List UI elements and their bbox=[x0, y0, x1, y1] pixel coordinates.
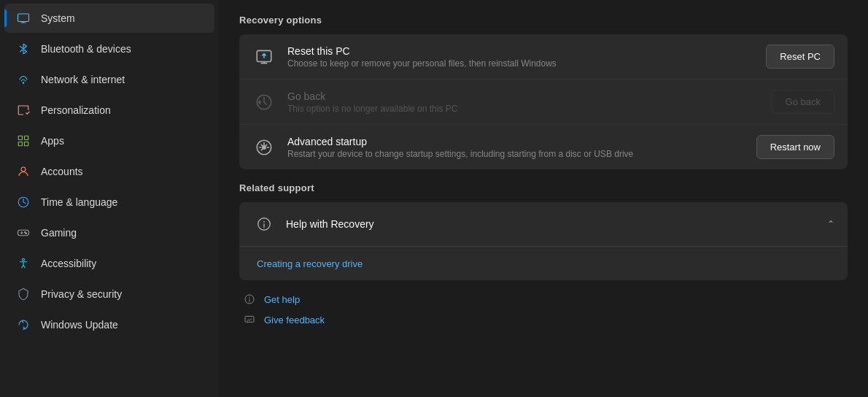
creating-recovery-drive-link[interactable]: Creating a recovery drive bbox=[257, 258, 363, 269]
sidebar-item-gaming[interactable]: Gaming bbox=[4, 218, 214, 247]
svg-point-9 bbox=[25, 232, 26, 234]
sidebar-label-network: Network & internet bbox=[41, 74, 125, 85]
reset-pc-desc: Choose to keep or remove your personal f… bbox=[287, 58, 754, 69]
network-icon bbox=[16, 72, 31, 87]
help-recovery-content: Creating a recovery drive bbox=[239, 246, 848, 280]
sidebar-item-time[interactable]: Time & language bbox=[4, 188, 214, 217]
recovery-options-group: Reset this PC Choose to keep or remove y… bbox=[239, 34, 848, 169]
help-recovery-icon bbox=[252, 212, 276, 236]
recovery-options-title: Recovery options bbox=[239, 15, 848, 26]
apps-icon bbox=[16, 134, 31, 148]
go-back-icon bbox=[252, 90, 276, 114]
svg-rect-18 bbox=[245, 316, 254, 322]
svg-point-15 bbox=[263, 145, 266, 148]
gaming-icon bbox=[16, 226, 31, 240]
advanced-startup-title: Advanced startup bbox=[287, 136, 745, 147]
footer-links: Get help Give feedback bbox=[239, 292, 848, 327]
advanced-startup-card: Advanced startup Restart your device to … bbox=[239, 125, 848, 169]
sidebar-label-time: Time & language bbox=[41, 196, 117, 208]
update-icon bbox=[16, 317, 31, 332]
bluetooth-icon bbox=[16, 42, 31, 56]
svg-point-6 bbox=[21, 167, 26, 171]
sidebar-item-apps[interactable]: Apps bbox=[4, 126, 214, 155]
advanced-startup-desc: Restart your device to change startup se… bbox=[287, 149, 745, 159]
svg-point-11 bbox=[23, 258, 25, 261]
reset-pc-title: Reset this PC bbox=[287, 45, 754, 57]
sidebar-item-update[interactable]: Windows Update bbox=[4, 310, 214, 339]
sidebar-item-system[interactable]: System bbox=[4, 4, 214, 33]
restart-now-button[interactable]: Restart now bbox=[756, 135, 834, 159]
give-feedback-item: Give feedback bbox=[242, 312, 848, 327]
sidebar-label-apps: Apps bbox=[41, 135, 64, 147]
svg-rect-8 bbox=[18, 230, 29, 236]
main-content: Recovery options Reset this PC Choose to… bbox=[219, 0, 868, 397]
sidebar-label-bluetooth: Bluetooth & devices bbox=[41, 43, 131, 55]
help-recovery-card: Help with Recovery ⌃ Creating a recovery… bbox=[239, 202, 848, 280]
privacy-icon bbox=[16, 287, 31, 301]
sidebar-item-bluetooth[interactable]: Bluetooth & devices bbox=[4, 34, 214, 63]
personalization-icon bbox=[16, 103, 31, 117]
sidebar-label-system: System bbox=[41, 12, 75, 24]
reset-pc-card: Reset this PC Choose to keep or remove y… bbox=[239, 34, 848, 80]
svg-rect-3 bbox=[25, 136, 28, 139]
sidebar-label-update: Windows Update bbox=[41, 319, 118, 331]
svg-rect-5 bbox=[25, 142, 28, 146]
sidebar-item-privacy[interactable]: Privacy & security bbox=[4, 280, 214, 309]
go-back-button[interactable]: Go back bbox=[772, 90, 834, 114]
accounts-icon bbox=[16, 164, 31, 179]
sidebar-label-accessibility: Accessibility bbox=[41, 258, 96, 269]
sidebar-item-accounts[interactable]: Accounts bbox=[4, 157, 214, 186]
get-help-link[interactable]: Get help bbox=[264, 294, 300, 305]
sidebar-item-accessibility[interactable]: Accessibility bbox=[4, 249, 214, 278]
reset-pc-button[interactable]: Reset PC bbox=[766, 45, 834, 69]
time-icon bbox=[16, 195, 31, 209]
go-back-desc: This option is no longer available on th… bbox=[287, 104, 760, 114]
system-icon bbox=[16, 11, 31, 26]
get-help-icon bbox=[242, 292, 257, 307]
give-feedback-link[interactable]: Give feedback bbox=[264, 315, 325, 325]
go-back-card: Go back This option is no longer availab… bbox=[239, 80, 848, 125]
sidebar-item-personalization[interactable]: Personalization bbox=[4, 96, 214, 125]
advanced-startup-icon bbox=[252, 136, 276, 159]
sidebar-label-personalization: Personalization bbox=[41, 104, 111, 116]
help-recovery-label: Help with Recovery bbox=[286, 218, 817, 230]
go-back-title: Go back bbox=[287, 90, 760, 102]
accessibility-icon bbox=[16, 256, 31, 271]
svg-rect-4 bbox=[18, 142, 22, 146]
give-feedback-icon bbox=[242, 312, 257, 327]
help-recovery-header[interactable]: Help with Recovery ⌃ bbox=[239, 202, 848, 246]
svg-rect-2 bbox=[18, 136, 22, 139]
related-support-section: Help with Recovery ⌃ Creating a recovery… bbox=[239, 202, 848, 280]
sidebar-item-network[interactable]: Network & internet bbox=[4, 65, 214, 94]
svg-point-1 bbox=[23, 82, 24, 84]
get-help-item: Get help bbox=[242, 292, 848, 307]
chevron-up-icon: ⌃ bbox=[827, 219, 834, 229]
svg-point-10 bbox=[26, 233, 27, 234]
sidebar-label-gaming: Gaming bbox=[41, 227, 77, 239]
sidebar-label-accounts: Accounts bbox=[41, 166, 83, 177]
svg-rect-0 bbox=[18, 14, 29, 22]
sidebar: System Bluetooth & devices Network & int… bbox=[0, 0, 219, 397]
related-support-title: Related support bbox=[239, 182, 848, 193]
sidebar-label-privacy: Privacy & security bbox=[41, 288, 122, 300]
reset-pc-icon bbox=[252, 45, 276, 69]
